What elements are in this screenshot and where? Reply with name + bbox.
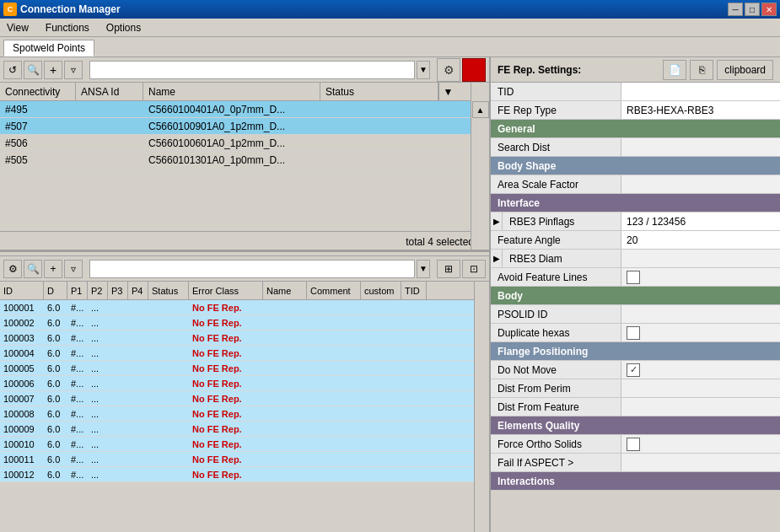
cell-comment: [307, 467, 361, 481]
right-panel-header: FE Rep. Settings: 📄 ⎘ clipboard: [491, 57, 780, 83]
cell-comment: [307, 376, 361, 390]
cell-p3: [108, 391, 128, 406]
lower-tool-btn-4[interactable]: ▿: [64, 260, 83, 278]
checkbox-do-not-move[interactable]: [627, 363, 640, 377]
cell-status: [148, 467, 189, 481]
prop-value-dist-from-feature[interactable]: [621, 398, 780, 416]
prop-label-area-scale: Area Scale Factor: [491, 175, 621, 193]
menu-view[interactable]: View: [3, 20, 32, 35]
cell-custom: [361, 376, 401, 390]
sort-button[interactable]: ▼: [438, 83, 457, 100]
cell-status: [320, 118, 438, 134]
prop-value-tid[interactable]: [621, 83, 780, 100]
prop-value-fail-if-aspect[interactable]: [621, 454, 780, 471]
prop-row-force-ortho-solids: Force Ortho Solids: [491, 435, 780, 454]
prop-value-force-ortho-solids[interactable]: [621, 435, 780, 453]
prop-row-area-scale: Area Scale Factor: [491, 175, 780, 194]
upper-table-scrollbar[interactable]: ▲: [471, 83, 489, 251]
table-row[interactable]: 100012 6.0 #... ... No FE Rep.: [0, 467, 489, 482]
expand-rbe3-pinflags[interactable]: ▶: [491, 212, 503, 230]
cell-p4: [128, 361, 148, 375]
lower-table-scrollbar[interactable]: [474, 282, 489, 532]
cell-ansa-id: [76, 152, 143, 168]
table-row[interactable]: 100007 6.0 #... ... No FE Rep.: [0, 391, 489, 406]
prop-value-search-dist[interactable]: [621, 138, 780, 156]
lower-right-btn-1[interactable]: ⊞: [437, 260, 460, 278]
cell-tid: [401, 391, 427, 406]
left-panel: ↺ 🔍 + ▿ ▼ ⚙ Connectivity ANSA Id Name St…: [0, 57, 489, 532]
table-row[interactable]: 100010 6.0 #... ... No FE Rep.: [0, 437, 489, 452]
menu-options[interactable]: Options: [103, 20, 144, 35]
add-button[interactable]: +: [44, 61, 62, 79]
prop-value-dist-from-perim[interactable]: [621, 379, 780, 397]
table-row[interactable]: 100005 6.0 #... ... No FE Rep.: [0, 361, 489, 376]
cell-comment: [307, 437, 361, 451]
clipboard-button[interactable]: clipboard: [717, 60, 773, 80]
search-dropdown-button[interactable]: ▼: [417, 61, 430, 79]
prop-value-do-not-move[interactable]: [621, 361, 780, 379]
prop-value-rbe3-diam[interactable]: [621, 250, 780, 267]
minimize-button[interactable]: ─: [728, 3, 743, 16]
prop-label-rbe3-pinflags: RBE3 Pinflags: [503, 212, 621, 230]
rp-copy-button[interactable]: ⎘: [690, 60, 713, 80]
cell-p3: [108, 330, 128, 345]
lcol-header-tid: TID: [401, 282, 427, 299]
table-row[interactable]: 100008 6.0 #... ... No FE Rep.: [0, 406, 489, 422]
table-row[interactable]: 100004 6.0 #... ... No FE Rep.: [0, 346, 489, 361]
table-row[interactable]: 100003 6.0 #... ... No FE Rep.: [0, 330, 489, 346]
lower-search-input[interactable]: [89, 260, 415, 278]
prop-value-area-scale[interactable]: [621, 175, 780, 193]
table-row[interactable]: 100006 6.0 #... ... No FE Rep.: [0, 376, 489, 391]
prop-label-duplicate-hexas: Duplicate hexas: [491, 324, 621, 341]
cell-p3: [108, 422, 128, 436]
cell-p1: #...: [67, 330, 88, 345]
checkbox-duplicate-hexas[interactable]: [627, 326, 640, 340]
lower-tool-btn-2[interactable]: 🔍: [24, 260, 42, 278]
cell-id: 100001: [0, 300, 44, 314]
title-bar: C Connection Manager ─ □ ✕: [0, 0, 780, 19]
lower-tool-btn-1[interactable]: ⚙: [3, 260, 22, 278]
prop-value-psolid-id[interactable]: [621, 305, 780, 323]
cell-status: [148, 315, 189, 330]
stop-button[interactable]: [462, 58, 486, 82]
refresh-button[interactable]: ↺: [3, 61, 22, 79]
prop-value-duplicate-hexas[interactable]: [621, 324, 780, 341]
menu-functions[interactable]: Functions: [42, 20, 93, 35]
lower-table-body: 100001 6.0 #... ... No FE Rep. 100002 6.…: [0, 300, 489, 532]
maximize-button[interactable]: □: [745, 3, 760, 16]
lower-right-btn-2[interactable]: ⊡: [462, 260, 486, 278]
table-row[interactable]: #506 C5660100601A0_1p2mm_D...: [0, 135, 489, 152]
prop-value-rbe3-pinflags[interactable]: 123 / 123456: [621, 212, 780, 230]
lower-tool-btn-3[interactable]: +: [44, 260, 62, 278]
cell-p4: [128, 346, 148, 360]
scroll-up-button[interactable]: ▲: [472, 101, 489, 118]
table-row[interactable]: #505 C5660101301A0_1p0mm_D...: [0, 152, 489, 169]
cell-connectivity: #495: [0, 101, 76, 117]
table-row[interactable]: 100002 6.0 #... ... No FE Rep.: [0, 315, 489, 330]
settings-button[interactable]: ⚙: [437, 58, 460, 82]
table-row[interactable]: #495 C5660100401A0_0p7mm_D...: [0, 101, 489, 118]
zoom-button[interactable]: 🔍: [24, 61, 42, 79]
table-row[interactable]: 100009 6.0 #... ... No FE Rep.: [0, 422, 489, 437]
rp-save-button[interactable]: 📄: [663, 60, 686, 80]
filter-button[interactable]: ▿: [64, 61, 83, 79]
tab-spotweld-points[interactable]: Spotweld Points: [3, 40, 94, 56]
table-row[interactable]: 100001 6.0 #... ... No FE Rep.: [0, 300, 489, 315]
prop-value-fe-rep-type[interactable]: RBE3-HEXA-RBE3: [621, 101, 780, 119]
section-label-general: General: [491, 120, 780, 137]
checkbox-force-ortho-solids[interactable]: [627, 438, 640, 451]
table-row[interactable]: #507 C5660100901A0_1p2mm_D...: [0, 118, 489, 135]
prop-value-avoid-feature-lines[interactable]: [621, 268, 780, 286]
close-button[interactable]: ✕: [761, 3, 777, 16]
cell-name: C5660100601A0_1p2mm_D...: [143, 135, 320, 151]
col-header-ansa-id: ANSA Id: [76, 83, 143, 100]
expand-rbe3-diam[interactable]: ▶: [491, 250, 503, 267]
prop-value-feature-angle[interactable]: 20: [621, 231, 780, 249]
cell-p2: ...: [88, 315, 108, 330]
prop-label-fail-if-aspect: Fail If ASPECT >: [491, 454, 621, 471]
cell-tid: [401, 315, 427, 330]
table-row[interactable]: 100011 6.0 #... ... No FE Rep.: [0, 452, 489, 467]
upper-search-input[interactable]: [89, 61, 415, 79]
lower-search-dropdown[interactable]: ▼: [417, 260, 430, 278]
checkbox-avoid-feature-lines[interactable]: [627, 271, 640, 284]
